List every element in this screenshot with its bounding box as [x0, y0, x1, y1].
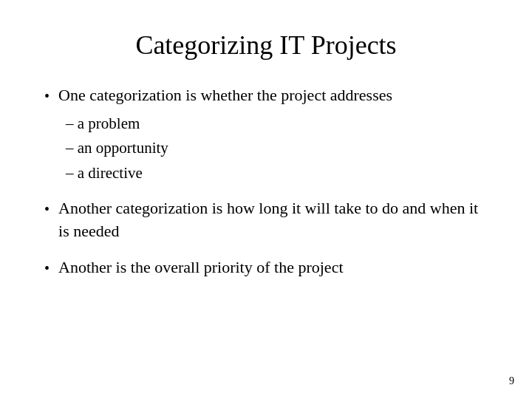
sub-bullet-1-2: – an opportunity: [58, 137, 392, 159]
bullet-text-label-3: Another is the overall priority of the p…: [58, 256, 344, 279]
bullet-item-3: • Another is the overall priority of the…: [44, 256, 488, 279]
sub-bullets-1: – a problem – an opportunity – a directi…: [58, 113, 392, 184]
bullet-dot-2: •: [44, 199, 50, 219]
slide-container: Categorizing IT Projects • One categoriz…: [0, 0, 532, 399]
bullet-dot-3: •: [44, 258, 50, 279]
slide-content: • One categorization is whether the proj…: [44, 84, 488, 369]
bullet-text-label-1: One categorization is whether the projec…: [58, 86, 392, 104]
sub-bullet-1-3: – a directive: [58, 163, 392, 184]
bullet-text-1: One categorization is whether the projec…: [58, 84, 392, 184]
bullet-item-2: • Another categorization is how long it …: [44, 197, 488, 243]
bullet-text-label-2: Another categorization is how long it wi…: [58, 197, 488, 243]
sub-bullet-1-1: – a problem: [58, 113, 392, 134]
page-number: 9: [509, 375, 514, 387]
bullet-item-1: • One categorization is whether the proj…: [44, 84, 488, 184]
slide-title: Categorizing IT Projects: [44, 30, 488, 61]
bullet-dot-1: •: [44, 86, 50, 106]
